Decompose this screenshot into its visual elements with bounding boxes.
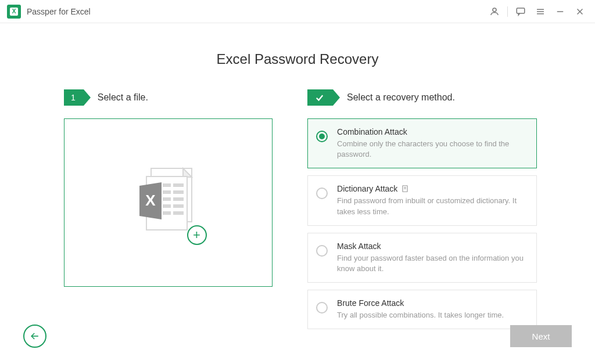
next-button[interactable]: Next: [510, 325, 572, 347]
titlebar: X Passper for Excel: [0, 0, 595, 23]
step-two-label: Select a recovery method.: [347, 92, 455, 103]
svg-rect-17: [163, 204, 171, 208]
document-icon: [401, 185, 409, 193]
minimize-button[interactable]: [551, 2, 569, 21]
method-title: Mask Attack: [337, 242, 527, 251]
radio-icon: [316, 131, 328, 142]
recovery-method-option[interactable]: Dictionary AttackFind password from inbu…: [307, 175, 537, 225]
method-title: Combination Attack: [337, 127, 527, 136]
svg-rect-14: [173, 190, 184, 194]
svg-rect-16: [173, 197, 184, 201]
method-description: Find your password faster based on the i…: [337, 253, 527, 274]
step-two-header: Select a recovery method.: [307, 89, 537, 106]
svg-rect-11: [163, 183, 171, 187]
method-description: Combine only the characters you choose t…: [337, 139, 527, 160]
svg-rect-19: [163, 211, 171, 215]
menu-icon[interactable]: [531, 2, 550, 21]
page-title: Excel Password Recovery: [0, 51, 595, 67]
svg-rect-12: [173, 183, 184, 187]
radio-icon: [316, 302, 328, 313]
svg-rect-18: [173, 204, 184, 208]
close-button[interactable]: [571, 2, 589, 21]
svg-point-0: [493, 8, 496, 12]
recovery-method-option[interactable]: Brute Force AttackTry all possible combi…: [307, 290, 537, 329]
file-drop-zone[interactable]: X +: [64, 118, 273, 287]
step-one-label: Select a file.: [98, 92, 148, 103]
check-icon: [314, 92, 325, 103]
step-one-header: 1 Select a file.: [64, 89, 273, 106]
arrow-left-icon: [29, 330, 41, 342]
radio-icon: [316, 188, 328, 199]
method-title: Brute Force Attack: [337, 298, 527, 308]
divider: [507, 6, 508, 17]
recovery-method-option[interactable]: Combination AttackCombine only the chara…: [307, 118, 537, 168]
excel-file-icon: X +: [134, 164, 203, 242]
svg-rect-20: [173, 211, 184, 215]
step-one-badge: 1: [64, 89, 84, 106]
app-title: Passper for Excel: [27, 7, 91, 16]
svg-rect-1: [517, 8, 525, 13]
feedback-icon[interactable]: [511, 2, 530, 21]
add-file-icon: +: [187, 225, 207, 245]
window-controls: [485, 2, 589, 21]
radio-icon: [316, 245, 328, 257]
recovery-method-option[interactable]: Mask AttackFind your password faster bas…: [307, 233, 537, 283]
method-title: Dictionary Attack: [337, 184, 527, 193]
back-button[interactable]: [23, 325, 46, 348]
method-description: Try all possible combinations. It takes …: [337, 310, 527, 320]
svg-rect-13: [163, 190, 171, 194]
method-description: Find password from inbuilt or customized…: [337, 196, 527, 217]
step-two-badge: [307, 89, 333, 106]
svg-text:X: X: [145, 192, 156, 209]
recovery-methods-list: Combination AttackCombine only the chara…: [307, 118, 537, 329]
account-icon[interactable]: [485, 2, 504, 21]
svg-rect-15: [163, 197, 171, 201]
app-logo: X: [7, 5, 21, 19]
